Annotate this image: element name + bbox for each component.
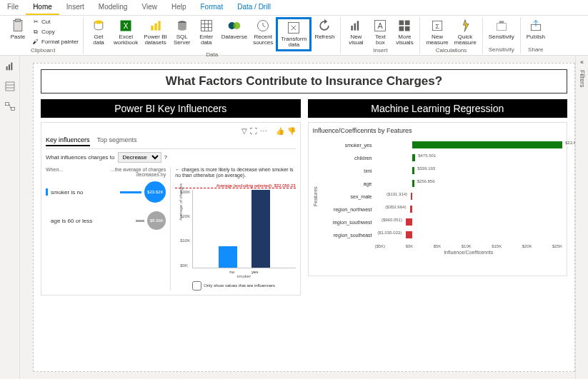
new-measure-button[interactable]: ΣNew measure (423, 17, 451, 47)
dataverse-button[interactable]: Dataverse (219, 17, 250, 41)
refresh-button[interactable]: Refresh (312, 17, 337, 41)
svg-rect-20 (357, 21, 359, 30)
tab-modeling[interactable]: Modeling (91, 0, 135, 15)
svg-rect-34 (11, 63, 12, 71)
regression-visual[interactable]: Influence/Coefficennts by Features Featu… (308, 122, 568, 276)
text-box-button[interactable]: AText box (368, 17, 392, 47)
new-visual-button[interactable]: New visual (344, 17, 368, 47)
ki-explanation: ← charges is more likely to decrease whe… (175, 167, 295, 179)
data-view-button[interactable] (4, 80, 16, 93)
svg-line-40 (9, 104, 11, 109)
model-view-button[interactable] (4, 100, 16, 113)
sql-server-button[interactable]: SQL Server (170, 17, 194, 47)
reg-chart-title: Influence/Coefficennts by Features (313, 127, 563, 134)
new-visual-icon (349, 19, 363, 33)
enter-data-button[interactable]: Enter data (194, 17, 219, 47)
filters-label: Filters (579, 70, 586, 88)
ki-factor-row[interactable]: smoker is no $23.62K (46, 181, 166, 203)
enter-data-icon (199, 19, 214, 33)
key-influencers-visual[interactable]: ▽ ⛶ ⋯ 👍 👎 Key influencers Top segments (41, 122, 301, 295)
group-calculations: ΣNew measure Quick measure Calculations (420, 17, 482, 54)
refresh-icon (317, 19, 332, 33)
sensitivity-icon (494, 19, 509, 33)
reg-x-axis-label: Influence/Coefficennts (375, 250, 563, 255)
sensitivity-button[interactable]: Sensitivity (486, 17, 517, 41)
ki-help-icon[interactable]: ? (164, 154, 167, 161)
ki-bar-yes (251, 190, 270, 268)
more-options-icon[interactable]: ⋯ (260, 127, 267, 135)
thumbs-down-icon[interactable]: 👎 (287, 127, 296, 135)
report-view-button[interactable] (4, 60, 16, 73)
reg-bar-row: bmi$339.193 (318, 164, 563, 177)
get-data-icon (91, 19, 106, 33)
quick-measure-button[interactable]: Quick measure (452, 17, 479, 47)
svg-rect-26 (405, 26, 410, 31)
more-visuals-button[interactable]: More visuals (392, 17, 417, 47)
tab-data-drill[interactable]: Data / Drill (230, 0, 278, 15)
thumbs-up-icon[interactable]: 👍 (276, 127, 284, 135)
more-visuals-icon (397, 19, 412, 33)
publish-button[interactable]: Publish (524, 17, 548, 41)
svg-rect-30 (499, 21, 504, 23)
ki-value-bubble: $23.62K (144, 181, 166, 203)
new-measure-icon: Σ (430, 19, 444, 33)
recent-sources-button[interactable]: Recent sources (250, 17, 276, 47)
right-heading: Machine Learning Regression (308, 99, 568, 118)
svg-rect-19 (354, 24, 357, 31)
view-rail (0, 56, 20, 379)
svg-rect-23 (399, 21, 404, 26)
cut-icon: ✂ (31, 18, 40, 26)
excel-workbook-button[interactable]: XExcel workbook (111, 17, 141, 47)
ki-tab-segments[interactable]: Top segments (97, 136, 137, 146)
copy-button[interactable]: ⧉Copy (30, 27, 80, 37)
chevron-left-icon[interactable]: « (580, 59, 584, 66)
reg-bar-row: age$256.856 (318, 177, 563, 190)
tab-help[interactable]: Help (164, 0, 194, 15)
tab-format[interactable]: Format (194, 0, 231, 15)
reg-y-axis-label: Features (313, 138, 318, 255)
ki-tab-influencers[interactable]: Key influencers (46, 136, 90, 146)
ki-only-influencers-checkbox[interactable]: Only show values that are influencers (192, 281, 295, 290)
format-painter-button[interactable]: 🖌Format painter (30, 37, 80, 47)
group-clipboard: Paste ✂Cut ⧉Copy 🖌Format painter Clipboa… (3, 17, 84, 54)
ki-value-bubble: $8.36K (147, 211, 166, 230)
svg-rect-5 (151, 26, 153, 31)
svg-rect-6 (154, 24, 156, 31)
transform-data-button[interactable]: Transform data (276, 17, 312, 51)
copy-icon: ⧉ (31, 28, 40, 36)
tab-view[interactable]: View (134, 0, 164, 15)
group-insert: New visual AText box More visuals Insert (341, 17, 420, 54)
filters-pane-collapsed[interactable]: « Filters (575, 56, 588, 379)
tab-home[interactable]: Home (26, 0, 59, 15)
publish-icon (529, 19, 543, 33)
focus-mode-icon[interactable]: ⛶ (250, 127, 257, 135)
report-canvas[interactable]: What Factors Contribute to Insurance Cha… (33, 63, 575, 372)
tab-file[interactable]: File (0, 0, 26, 15)
get-data-button[interactable]: Get data (86, 17, 111, 47)
group-label-share: Share (524, 46, 548, 54)
svg-point-2 (94, 21, 103, 24)
svg-rect-39 (11, 107, 14, 110)
ki-question-label: What influences charges to (46, 154, 115, 161)
cut-button[interactable]: ✂Cut (30, 17, 80, 27)
filter-icon[interactable]: ▽ (241, 127, 247, 135)
paste-label: Paste (11, 34, 25, 40)
reg-bar-row: sex_male($131.314) (318, 190, 563, 203)
paste-icon (11, 19, 25, 33)
ki-bar-no (219, 246, 237, 267)
svg-text:Σ: Σ (435, 23, 439, 30)
ki-bar-chart: Average of charges $30K $20K $10K $0K (192, 190, 295, 268)
svg-rect-33 (9, 64, 10, 70)
svg-rect-9 (201, 21, 211, 31)
ki-direction-select[interactable]: Decrease (118, 152, 161, 163)
svg-rect-0 (14, 21, 22, 31)
svg-point-15 (233, 22, 240, 29)
paste-button[interactable]: Paste (6, 17, 30, 41)
svg-rect-25 (399, 26, 404, 31)
reg-bar-row: region_southeast($1,035.022) (318, 228, 563, 241)
quick-measure-icon (458, 19, 472, 33)
ki-factor-row[interactable]: age is 60 or less $8.36K (46, 211, 166, 230)
tab-insert[interactable]: Insert (59, 0, 91, 15)
group-label-clipboard: Clipboard (6, 47, 80, 54)
pbi-datasets-button[interactable]: Power BI datasets (141, 17, 169, 47)
